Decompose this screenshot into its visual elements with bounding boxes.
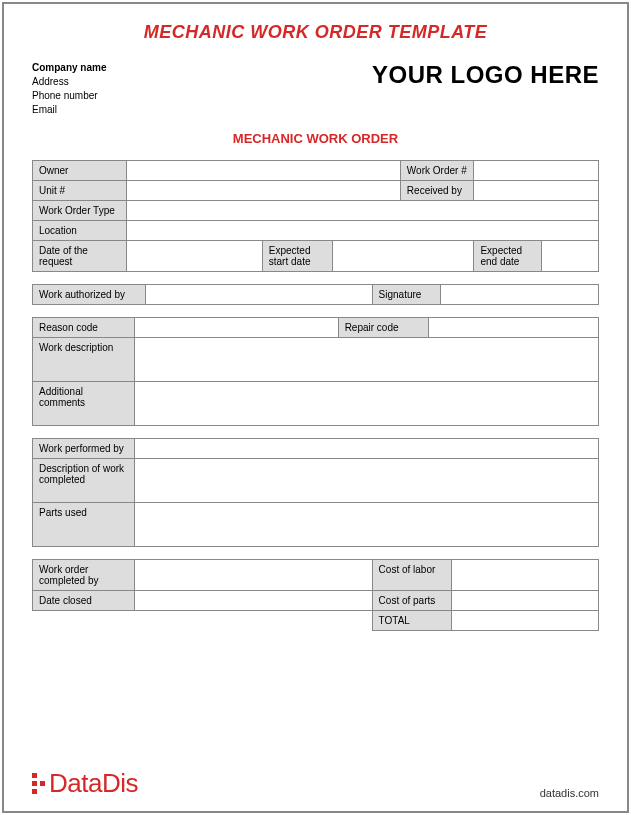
document-page: MECHANIC WORK ORDER TEMPLATE Company nam… [2, 2, 629, 813]
repair-code-label: Repair code [338, 318, 429, 338]
reason-code-input[interactable] [134, 318, 338, 338]
completed-by-input[interactable] [134, 560, 372, 591]
date-request-input[interactable] [126, 241, 262, 272]
reason-code-label: Reason code [33, 318, 135, 338]
received-by-input[interactable] [474, 181, 599, 201]
expected-end-label: Expected end date [474, 241, 542, 272]
additional-comments-label: Additional comments [33, 382, 135, 426]
signature-label: Signature [372, 285, 440, 305]
main-title: MECHANIC WORK ORDER TEMPLATE [32, 22, 599, 43]
unit-num-input[interactable] [126, 181, 400, 201]
company-address-label: Address [32, 75, 106, 89]
empty-cell [33, 611, 135, 631]
location-input[interactable] [126, 221, 598, 241]
company-phone-label: Phone number [32, 89, 106, 103]
date-closed-label: Date closed [33, 591, 135, 611]
cost-parts-label: Cost of parts [372, 591, 451, 611]
footer-site: datadis.com [540, 787, 599, 799]
parts-used-label: Parts used [33, 503, 135, 547]
location-label: Location [33, 221, 127, 241]
owner-input[interactable] [126, 161, 400, 181]
received-by-label: Received by [400, 181, 474, 201]
sub-title: MECHANIC WORK ORDER [32, 131, 599, 146]
work-order-num-input[interactable] [474, 161, 599, 181]
work-description-label: Work description [33, 338, 135, 382]
cost-parts-input[interactable] [451, 591, 598, 611]
cost-labor-label: Cost of labor [372, 560, 451, 591]
brand-text: DataDis [49, 768, 138, 799]
authorization-table: Work authorized by Signature [32, 284, 599, 305]
work-description-input[interactable] [134, 338, 598, 382]
description-completed-input[interactable] [134, 459, 598, 503]
repair-code-input[interactable] [429, 318, 599, 338]
cost-labor-input[interactable] [451, 560, 598, 591]
completed-by-label: Work order completed by [33, 560, 135, 591]
expected-start-label: Expected start date [262, 241, 332, 272]
total-label: TOTAL [372, 611, 451, 631]
description-table: Reason code Repair code Work description… [32, 317, 599, 426]
date-closed-input[interactable] [134, 591, 372, 611]
empty-cell [134, 611, 372, 631]
work-order-num-label: Work Order # [400, 161, 474, 181]
brand-logo: DataDis [32, 768, 138, 799]
authorized-by-input[interactable] [146, 285, 372, 305]
company-name-label: Company name [32, 61, 106, 75]
expected-start-input[interactable] [332, 241, 473, 272]
authorized-by-label: Work authorized by [33, 285, 146, 305]
parts-used-input[interactable] [134, 503, 598, 547]
work-order-type-input[interactable] [126, 201, 598, 221]
date-request-label: Date of the request [33, 241, 127, 272]
work-performed-table: Work performed by Description of work co… [32, 438, 599, 547]
owner-label: Owner [33, 161, 127, 181]
footer: DataDis datadis.com [32, 768, 599, 799]
company-email-label: Email [32, 103, 106, 117]
company-info: Company name Address Phone number Email [32, 61, 106, 117]
work-order-type-label: Work Order Type [33, 201, 127, 221]
performed-by-label: Work performed by [33, 439, 135, 459]
logo-dots-icon [32, 773, 45, 794]
logo-placeholder: YOUR LOGO HERE [372, 61, 599, 89]
expected-end-input[interactable] [542, 241, 599, 272]
total-input[interactable] [451, 611, 598, 631]
completion-table: Work order completed by Cost of labor Da… [32, 559, 599, 631]
additional-comments-input[interactable] [134, 382, 598, 426]
header-row: Company name Address Phone number Email … [32, 61, 599, 117]
signature-input[interactable] [440, 285, 599, 305]
unit-num-label: Unit # [33, 181, 127, 201]
description-completed-label: Description of work completed [33, 459, 135, 503]
order-info-table: Owner Work Order # Unit # Received by Wo… [32, 160, 599, 272]
performed-by-input[interactable] [134, 439, 598, 459]
